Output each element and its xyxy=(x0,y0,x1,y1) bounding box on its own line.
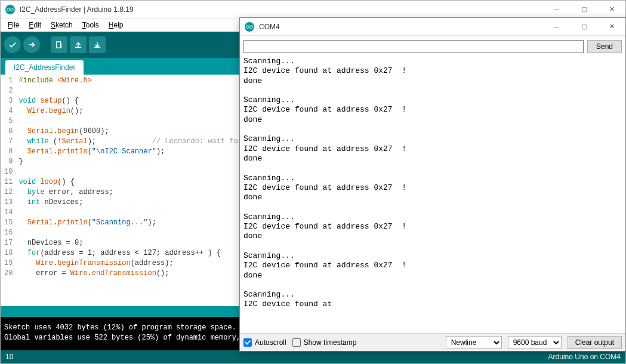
serial-maximize-button[interactable]: ▢ xyxy=(571,18,598,36)
timestamp-option[interactable]: Show timestamp xyxy=(292,338,357,347)
menu-help[interactable]: Help xyxy=(104,20,128,30)
ide-close-button[interactable]: ✕ xyxy=(598,1,625,18)
autoscroll-label: Autoscroll xyxy=(255,338,286,347)
serial-output[interactable]: Scanning... I2C device found at address … xyxy=(240,57,625,333)
footer-line-number: 10 xyxy=(5,353,13,361)
timestamp-checkbox[interactable] xyxy=(292,338,301,347)
ide-title: I2C_AddressFinder | Arduino 1.8.19 xyxy=(20,5,134,14)
footer-board-port: Arduino Uno on COM4 xyxy=(548,353,621,361)
menu-sketch[interactable]: Sketch xyxy=(46,20,78,30)
line-ending-select[interactable]: Newline xyxy=(446,336,502,349)
upload-button[interactable] xyxy=(23,36,40,53)
menu-tools[interactable]: Tools xyxy=(78,20,104,30)
new-button[interactable] xyxy=(51,36,67,53)
arduino-logo-icon xyxy=(5,5,15,14)
ide-titlebar: I2C_AddressFinder | Arduino 1.8.19 ─ ▢ ✕ xyxy=(1,1,625,18)
serial-title: COM4 xyxy=(259,23,280,31)
ide-minimize-button[interactable]: ─ xyxy=(543,1,571,18)
ide-window-controls: ─ ▢ ✕ xyxy=(543,1,625,18)
serial-monitor-window: COM4 ─ ▢ ✕ Send Scanning... I2C device f… xyxy=(239,17,626,351)
serial-footer: Autoscroll Show timestamp Newline 9600 b… xyxy=(240,333,625,351)
serial-input[interactable] xyxy=(243,40,584,53)
arduino-logo-icon xyxy=(245,22,254,32)
autoscroll-option[interactable]: Autoscroll xyxy=(243,338,286,347)
serial-titlebar: COM4 ─ ▢ ✕ xyxy=(240,18,625,36)
ide-footer: 10 Arduino Uno on COM4 xyxy=(1,350,625,363)
svg-rect-2 xyxy=(94,47,100,48)
ide-maximize-button[interactable]: ▢ xyxy=(571,1,598,18)
serial-input-row: Send xyxy=(240,36,625,57)
timestamp-label: Show timestamp xyxy=(304,338,357,347)
autoscroll-checkbox[interactable] xyxy=(243,338,252,347)
code-area[interactable]: #include <Wire.h> void setup() { Wire.be… xyxy=(16,75,242,306)
serial-send-button[interactable]: Send xyxy=(587,40,622,53)
sketch-tab[interactable]: I2C_AddressFinder xyxy=(5,60,84,75)
save-button[interactable] xyxy=(89,36,106,53)
clear-output-button[interactable]: Clear output xyxy=(568,336,622,349)
menu-file[interactable]: File xyxy=(3,20,24,30)
open-button[interactable] xyxy=(70,36,87,53)
serial-minimize-button[interactable]: ─ xyxy=(543,18,571,36)
line-gutter: 1234567891011121314151617181920 xyxy=(1,75,16,306)
baud-select[interactable]: 9600 baud xyxy=(508,336,562,349)
svg-rect-1 xyxy=(75,47,81,48)
serial-window-controls: ─ ▢ ✕ xyxy=(543,18,625,36)
menu-edit[interactable]: Edit xyxy=(24,20,46,30)
verify-button[interactable] xyxy=(4,36,21,53)
serial-close-button[interactable]: ✕ xyxy=(598,18,625,36)
